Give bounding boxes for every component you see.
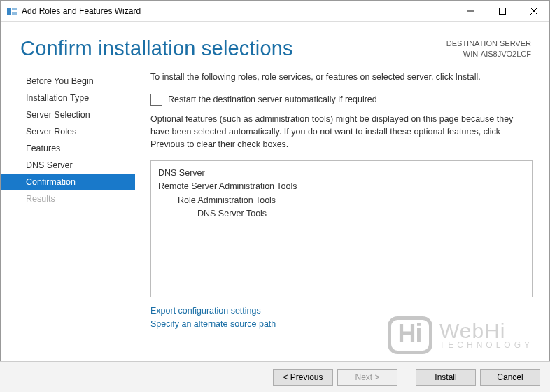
selection-item: Role Administration Tools xyxy=(158,194,525,207)
optional-features-note: Optional features (such as administratio… xyxy=(150,113,533,150)
destination-label: DESTINATION SERVER xyxy=(446,38,531,49)
install-button[interactable]: Install xyxy=(416,369,476,386)
nav-server-selection[interactable]: Server Selection xyxy=(1,106,135,123)
restart-checkbox-row[interactable]: Restart the destination server automatic… xyxy=(150,94,533,106)
destination-info: DESTINATION SERVER WIN-AIS8JVO2LCF xyxy=(446,37,531,60)
export-config-link[interactable]: Export configuration settings xyxy=(150,304,533,318)
page-header: Confirm installation selections DESTINAT… xyxy=(1,22,549,66)
wizard-footer: < Previous Next > Install Cancel xyxy=(0,361,550,392)
nav-before-you-begin[interactable]: Before You Begin xyxy=(1,73,135,90)
title-bar: Add Roles and Features Wizard xyxy=(1,1,549,22)
selection-item: DNS Server Tools xyxy=(158,207,525,220)
app-icon xyxy=(6,6,17,17)
nav-installation-type[interactable]: Installation Type xyxy=(1,90,135,106)
links-area: Export configuration settings Specify an… xyxy=(150,304,533,331)
svg-rect-0 xyxy=(7,8,11,15)
svg-rect-2 xyxy=(12,12,17,15)
maximize-button[interactable] xyxy=(486,1,518,22)
main-content: To install the following roles, role ser… xyxy=(135,70,549,330)
cancel-button[interactable]: Cancel xyxy=(480,369,540,386)
destination-server: WIN-AIS8JVO2LCF xyxy=(446,49,531,59)
next-button: Next > xyxy=(337,369,397,386)
alternate-source-link[interactable]: Specify an alternate source path xyxy=(150,318,533,331)
nav-dns-server[interactable]: DNS Server xyxy=(1,157,135,174)
nav-confirmation[interactable]: Confirmation xyxy=(1,174,135,190)
restart-checkbox-label: Restart the destination server automatic… xyxy=(168,94,377,104)
selection-item: Remote Server Administration Tools xyxy=(158,180,525,193)
window-title: Add Roles and Features Wizard xyxy=(22,6,455,16)
instruction-text: To install the following roles, role ser… xyxy=(150,71,533,84)
selection-item: DNS Server xyxy=(158,167,525,180)
nav-results: Results xyxy=(1,190,135,207)
wizard-sidebar: Before You Begin Installation Type Serve… xyxy=(1,70,135,330)
page-title: Confirm installation selections xyxy=(20,37,293,60)
selections-listbox[interactable]: DNS Server Remote Server Administration … xyxy=(150,160,533,298)
svg-rect-4 xyxy=(499,8,505,14)
previous-button[interactable]: < Previous xyxy=(273,369,333,386)
nav-server-roles[interactable]: Server Roles xyxy=(1,123,135,140)
close-button[interactable] xyxy=(518,1,549,22)
minimize-button[interactable] xyxy=(455,1,486,22)
nav-features[interactable]: Features xyxy=(1,140,135,157)
restart-checkbox[interactable] xyxy=(150,94,162,106)
svg-rect-1 xyxy=(12,8,17,10)
watermark-tag: TECHNOLOGY xyxy=(439,340,533,350)
